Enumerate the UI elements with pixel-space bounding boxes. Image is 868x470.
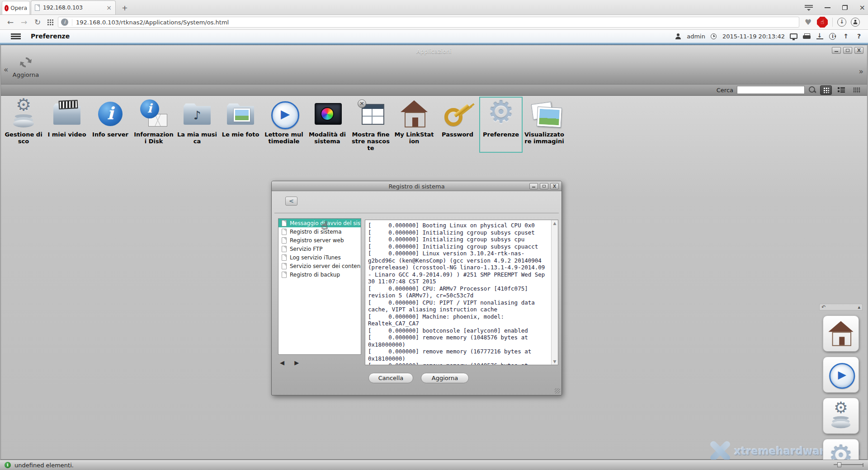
info-server-icon: [96, 99, 125, 128]
hidden-windows-icon: [356, 99, 385, 128]
site-info-icon[interactable]: i: [61, 19, 68, 26]
detail-view-icon: [853, 87, 860, 93]
folder-video-icon: [52, 99, 81, 128]
app-tile[interactable]: Gestione di sco: [2, 97, 45, 153]
opera-menu-button[interactable]: Opera: [2, 1, 30, 14]
app-label: Visualizzato re immagini: [524, 131, 565, 145]
folder-music-icon: [183, 99, 212, 128]
app-window-minimize-button[interactable]: [832, 47, 841, 54]
collapse-left-arrow[interactable]: «: [4, 65, 8, 74]
new-tab-button[interactable]: +: [118, 3, 131, 14]
app-tile[interactable]: La mia musi ca: [175, 97, 219, 153]
logged-user[interactable]: admin: [687, 33, 705, 40]
app-tile[interactable]: Le mie foto: [219, 97, 262, 153]
app-tile[interactable]: Visualizzato re immagini: [523, 97, 566, 153]
page-icon: [35, 5, 40, 11]
search-input[interactable]: [737, 86, 805, 94]
download-icon[interactable]: ↓: [816, 33, 823, 39]
list-view-icon: [838, 87, 845, 93]
dock-tile[interactable]: [823, 357, 859, 393]
window-minimize-icon[interactable]: [825, 7, 830, 8]
log-text[interactable]: [ 0.000000] Booting Linux on physical CP…: [365, 220, 551, 365]
refresh-button[interactable]: Aggiorna: [421, 373, 469, 383]
dialog-minimize-button[interactable]: [529, 183, 538, 189]
app-tile[interactable]: Preferenze: [479, 97, 523, 153]
zoom-slider[interactable]: [834, 464, 863, 466]
app-tile[interactable]: Mostra fine stre nascos te: [349, 97, 392, 153]
app-label: Lettore mul timediale: [263, 131, 305, 145]
dialog-title: Registro di sistema: [272, 183, 561, 190]
log-category-item[interactable]: Registro di backup: [278, 270, 361, 279]
log-category-label: Registro di sistema: [290, 229, 342, 235]
dialog-back-button[interactable]: <: [285, 197, 297, 206]
media-player-icon: [828, 362, 854, 388]
printer-icon[interactable]: [803, 33, 811, 39]
display-icon[interactable]: [790, 33, 797, 39]
url-field[interactable]: i 192.168.0.103/rtknas2/Applications/Sys…: [58, 17, 799, 28]
dock-undo-icon[interactable]: ↶: [821, 304, 826, 310]
window-close-icon[interactable]: ×: [859, 5, 865, 11]
log-category-item[interactable]: Registro di sistema: [278, 227, 361, 236]
file-icon: [282, 229, 287, 235]
app-tile[interactable]: Info server: [89, 97, 132, 153]
back-icon[interactable]: ←: [4, 18, 17, 27]
dialog-titlebar[interactable]: Registro di sistema X: [272, 181, 561, 191]
log-category-item[interactable]: Registro server web: [278, 236, 361, 244]
log-category-label: Registro server web: [290, 237, 344, 244]
log-category-item[interactable]: Messaggio di avvio del siste: [278, 219, 361, 227]
user-icon: [675, 33, 681, 39]
grid-view-icon: [823, 87, 829, 93]
browser-tab[interactable]: 192.168.0.103 ×: [31, 0, 116, 14]
dialog-maximize-button[interactable]: [540, 183, 548, 189]
log-scrollbar[interactable]: ▲ ▼: [551, 220, 558, 365]
scroll-up-icon[interactable]: ▲: [552, 221, 558, 226]
log-category-item[interactable]: Servizio FTP: [278, 244, 361, 253]
tab-menu-icon[interactable]: [805, 5, 813, 10]
bookmark-heart-icon[interactable]: ♥: [805, 18, 811, 27]
url-text[interactable]: 192.168.0.103/rtknas2/Applications/Syste…: [72, 19, 229, 26]
view-grid-button[interactable]: [820, 85, 832, 95]
collapse-right-arrow[interactable]: »: [859, 67, 863, 76]
window-restore-icon[interactable]: [842, 5, 848, 10]
zoom-slider-handle[interactable]: [837, 462, 841, 467]
list-pager[interactable]: ◀ ▶: [280, 359, 303, 366]
profile-icon[interactable]: [851, 18, 860, 27]
help-icon[interactable]: ?: [854, 33, 863, 40]
app-tile[interactable]: Lettore mul timediale: [262, 97, 306, 153]
page-title: Preferenze: [31, 33, 70, 40]
dialog-close-button[interactable]: X: [550, 183, 559, 189]
app-tile[interactable]: My LinkStat ion: [392, 97, 436, 153]
log-category-item[interactable]: Servizio server dei contenut: [278, 262, 361, 270]
adblock-hand-icon[interactable]: ☝: [817, 17, 828, 28]
reload-icon[interactable]: ↻: [31, 18, 44, 27]
view-detail-button[interactable]: [851, 85, 863, 95]
app-tile[interactable]: I miei video: [45, 97, 89, 153]
dock-header: ↶ ▴: [819, 304, 863, 310]
resize-grip[interactable]: [555, 388, 560, 394]
status-info-icon: i: [5, 462, 11, 468]
forward-icon[interactable]: →: [17, 18, 31, 27]
app-window-maximize-button[interactable]: [843, 47, 852, 54]
dock-tile[interactable]: [823, 398, 859, 434]
file-icon: [282, 254, 287, 261]
datetime-text: 2015-11-19 20:13:42: [722, 33, 785, 40]
log-category-item[interactable]: Log servizio iTunes: [278, 253, 361, 262]
app-label: My LinkStat ion: [393, 131, 435, 145]
app-tile[interactable]: Informazion i Disk: [132, 97, 175, 153]
dock-collapse-icon[interactable]: ▴: [858, 304, 860, 310]
speed-dial-icon[interactable]: [47, 19, 53, 25]
file-icon: [282, 246, 287, 252]
cancel-button[interactable]: Cancella: [368, 373, 413, 383]
tab-close-icon[interactable]: ×: [106, 5, 112, 11]
scroll-down-icon[interactable]: ▼: [552, 359, 558, 364]
view-list-button[interactable]: [835, 85, 847, 95]
app-tile[interactable]: Modalità di sistema: [306, 97, 349, 153]
hamburger-menu-icon[interactable]: [11, 33, 21, 39]
dock-tile[interactable]: [823, 315, 859, 352]
downloads-icon[interactable]: ↓: [837, 18, 846, 27]
search-icon[interactable]: [808, 86, 816, 94]
app-tile[interactable]: Password: [436, 97, 479, 153]
app-window-close-button[interactable]: X: [854, 47, 863, 54]
refresh-tool-button[interactable]: Aggiorna: [10, 55, 42, 78]
eject-icon[interactable]: ↑: [841, 33, 850, 40]
